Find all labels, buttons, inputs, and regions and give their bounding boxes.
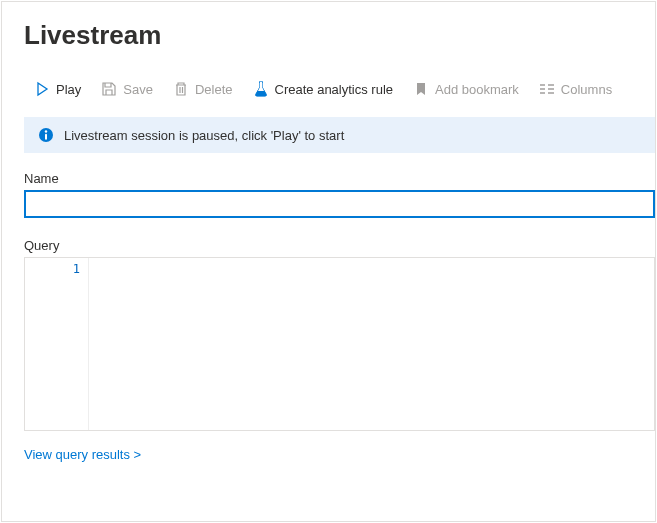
- view-query-results-link[interactable]: View query results >: [2, 431, 141, 462]
- save-button[interactable]: Save: [91, 77, 163, 101]
- query-label: Query: [24, 238, 655, 253]
- trash-icon: [173, 81, 189, 97]
- page-title: Livestream: [2, 2, 655, 51]
- query-section: Query 1: [2, 218, 655, 431]
- info-bar: Livestream session is paused, click 'Pla…: [24, 117, 655, 153]
- columns-label: Columns: [561, 82, 612, 97]
- toolbar: Play Save Delete Create analytics rule A…: [2, 51, 655, 111]
- info-message: Livestream session is paused, click 'Pla…: [64, 128, 344, 143]
- create-analytics-rule-button[interactable]: Create analytics rule: [243, 77, 404, 101]
- bookmark-label: Add bookmark: [435, 82, 519, 97]
- add-bookmark-button[interactable]: Add bookmark: [403, 77, 529, 101]
- play-icon: [34, 81, 50, 97]
- columns-icon: [539, 81, 555, 97]
- line-gutter: 1: [25, 258, 89, 430]
- name-label: Name: [24, 171, 655, 186]
- info-icon: [38, 127, 54, 143]
- delete-button[interactable]: Delete: [163, 77, 243, 101]
- create-rule-label: Create analytics rule: [275, 82, 394, 97]
- columns-button[interactable]: Columns: [529, 77, 622, 101]
- query-textarea[interactable]: [89, 258, 654, 430]
- play-button[interactable]: Play: [24, 77, 91, 101]
- delete-label: Delete: [195, 82, 233, 97]
- save-icon: [101, 81, 117, 97]
- name-section: Name: [2, 153, 655, 218]
- play-label: Play: [56, 82, 81, 97]
- svg-rect-2: [45, 134, 47, 140]
- name-input[interactable]: [24, 190, 655, 218]
- bookmark-icon: [413, 81, 429, 97]
- flask-icon: [253, 81, 269, 97]
- line-number: 1: [25, 262, 80, 276]
- save-label: Save: [123, 82, 153, 97]
- query-editor[interactable]: 1: [24, 257, 655, 431]
- svg-point-1: [45, 130, 47, 132]
